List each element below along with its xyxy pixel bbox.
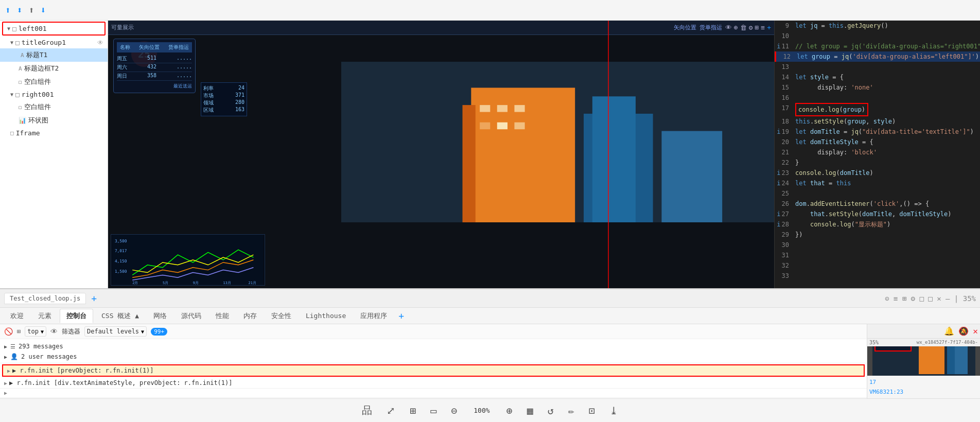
canvas-icon-group: 👁 ⊕ 🗑 ⚙ ⊞ ≡ + bbox=[725, 24, 771, 31]
svg-rect-25 bbox=[875, 346, 911, 351]
tool-icon-expand[interactable]: ⤢ bbox=[384, 402, 397, 419]
add-canvas-icon[interactable]: + bbox=[767, 24, 771, 31]
expand-icon-left001[interactable]: ▼ bbox=[7, 26, 10, 31]
console-eye-icon[interactable]: 👁 bbox=[50, 327, 58, 336]
tab-memory[interactable]: 内存 bbox=[237, 309, 263, 323]
console-output-1[interactable]: ▶ ▶ r.fn.init [prevObject: r.fn.init(1)] bbox=[2, 364, 865, 377]
chart-icon: 📊 bbox=[19, 117, 26, 124]
tool-icon-frame[interactable]: ⊡ bbox=[587, 402, 597, 419]
expand-icon-titleGroup1[interactable]: ▼ bbox=[10, 40, 13, 45]
sidebar-item-标题边框T2[interactable]: A 标题边框T2 bbox=[0, 62, 108, 75]
code-content-11: // let group = jq('div[data-group-alias=… bbox=[793, 41, 980, 51]
thumbnail-area bbox=[867, 346, 980, 376]
line-num-11: 11 bbox=[775, 41, 793, 51]
top-label: top bbox=[27, 328, 39, 335]
code-line-32: 32 bbox=[775, 260, 980, 271]
canvas-tool-title: 可量展示 bbox=[111, 24, 134, 31]
console-expand-icon[interactable]: ⊞ bbox=[17, 328, 21, 335]
align-bottom-icon[interactable]: ⬇ bbox=[41, 5, 46, 15]
fr-close-icon[interactable]: ✕ bbox=[973, 326, 978, 336]
top-dropdown-icon[interactable]: ▼ bbox=[41, 329, 44, 335]
tool-icon-copy[interactable]: ⊞ bbox=[408, 402, 418, 419]
thumb-svg bbox=[872, 346, 975, 376]
tab-css[interactable]: CSS 概述 ▲ bbox=[95, 309, 145, 323]
code-line-29: 29 }) bbox=[775, 230, 980, 240]
stat-row-4: 区域163 bbox=[203, 107, 244, 114]
devtools-add-tab[interactable]: + bbox=[395, 310, 407, 321]
fr-icon-1[interactable]: 🔔 bbox=[944, 326, 954, 336]
user-icon: 👤 bbox=[10, 353, 18, 360]
tool-icon-download[interactable]: ⤓ bbox=[607, 402, 620, 419]
line-num-21: 21 bbox=[775, 147, 793, 157]
line-num-28: 28 bbox=[775, 219, 793, 230]
sidebar-label-标题T1: 标题T1 bbox=[26, 50, 48, 60]
align-center-v-icon[interactable]: ⬍ bbox=[17, 5, 23, 15]
bottom-tabs-bar: Test_closed_loop.js + ⊙ ≡ ⊞ ⚙ □ □ ✕ — | … bbox=[0, 289, 980, 308]
tab-console[interactable]: 控制台 bbox=[60, 309, 93, 323]
align-top-icon[interactable]: ⬆ bbox=[5, 5, 11, 15]
code-line-18: 18 this.setStyle(group, style) bbox=[775, 116, 980, 127]
list-icon[interactable]: ☰ bbox=[10, 343, 15, 350]
line-num-22: 22 bbox=[775, 157, 793, 168]
file-tab[interactable]: Test_closed_loop.js bbox=[4, 293, 86, 304]
grid-canvas-icon[interactable]: ⊞ bbox=[755, 24, 759, 31]
line-num-15: 15 bbox=[775, 82, 793, 93]
code-line-14: 14 let style = { bbox=[775, 72, 980, 82]
code-line-33: 33 bbox=[775, 271, 980, 281]
sidebar-item-right001[interactable]: ▼ □ right001 bbox=[0, 89, 108, 100]
add-tab-button[interactable]: + bbox=[88, 293, 100, 304]
tab-performance[interactable]: 性能 bbox=[209, 309, 235, 323]
sidebar-item-空白组件2[interactable]: ◻ 空白组件 bbox=[0, 100, 108, 114]
fr-link-1[interactable]: 17 bbox=[869, 378, 978, 386]
expand-all-icon[interactable]: ▶ bbox=[4, 344, 7, 349]
console-output-3[interactable]: ▶ bbox=[0, 389, 867, 398]
svg-text:3,500: 3,500 bbox=[115, 239, 127, 243]
folder-icon-titleGroup1: □ bbox=[15, 39, 20, 46]
settings-canvas-icon[interactable]: ⚙ bbox=[749, 24, 753, 31]
sidebar-item-left001[interactable]: ▼ □ left001 bbox=[3, 23, 104, 34]
tab-lighthouse[interactable]: Lighthouse bbox=[300, 310, 352, 322]
sidebar-item-titleGroup1[interactable]: ▼ □ titleGroup1 👁 bbox=[0, 37, 108, 48]
fr-icon-2[interactable]: 🔕 bbox=[958, 326, 969, 336]
tab-elements[interactable]: 元素 bbox=[32, 309, 58, 323]
align-top-distribute-icon[interactable]: ⬆ bbox=[29, 5, 34, 15]
sidebar-item-空白组件1[interactable]: ◻ 空白组件 bbox=[0, 75, 108, 89]
console-toolbar: 🚫 ⊞ top ▼ 👁 筛选器 Default levels ▼ 99+ bbox=[0, 324, 867, 339]
tab-welcome[interactable]: 欢迎 bbox=[4, 309, 30, 323]
eye-icon-titleGroup1[interactable]: 👁 bbox=[97, 39, 103, 46]
building-area bbox=[341, 62, 774, 222]
iframe-icon: □ bbox=[10, 130, 14, 136]
expand-icon-right001[interactable]: ▼ bbox=[10, 92, 13, 97]
sidebar-item-Iframe[interactable]: □ Iframe bbox=[0, 127, 108, 139]
code-content-18: this.setStyle(group, style) bbox=[793, 116, 896, 127]
tool-icon-refresh[interactable]: ↺ bbox=[546, 402, 556, 419]
console-clear-icon[interactable]: 🚫 bbox=[4, 327, 13, 336]
sidebar-item-环状图[interactable]: 📊 环状图 bbox=[0, 114, 108, 127]
ui-panel-row-2: 周六432..... bbox=[117, 63, 192, 72]
tab-application[interactable]: 应用程序 bbox=[354, 309, 393, 323]
console-output-2[interactable]: ▶ ▶ r.fn.init [div.textAnimateStyle, pre… bbox=[0, 378, 867, 389]
tool-icon-grid[interactable]: 品 bbox=[360, 401, 374, 419]
more-canvas-icon[interactable]: ≡ bbox=[761, 24, 765, 31]
eye-canvas-icon[interactable]: 👁 bbox=[725, 24, 732, 31]
cursor-canvas-icon[interactable]: ⊕ bbox=[734, 24, 738, 31]
sidebar-item-标题T1[interactable]: A 标题T1 bbox=[0, 48, 108, 62]
tool-icon-crop[interactable]: ▭ bbox=[428, 402, 439, 419]
tool-icon-zoom-out[interactable]: ⊖ bbox=[449, 402, 459, 419]
tab-security[interactable]: 安全性 bbox=[265, 309, 297, 323]
tool-icon-zoom-in[interactable]: ⊕ bbox=[504, 402, 515, 419]
levels-dropdown-icon[interactable]: ▼ bbox=[141, 329, 144, 335]
trash-canvas-icon[interactable]: 🗑 bbox=[740, 24, 747, 31]
tab-network[interactable]: 网络 bbox=[147, 309, 173, 323]
tool-icon-edit[interactable]: ✏ bbox=[566, 402, 576, 419]
ui-panel-col1: 矢向位置 bbox=[139, 44, 160, 51]
expand-user-icon[interactable]: ▶ bbox=[4, 354, 7, 360]
tool-icon-table[interactable]: ▦ bbox=[525, 402, 535, 419]
fr-link-2[interactable]: VM68321:23 bbox=[869, 388, 978, 396]
code-content-14: let style = { bbox=[793, 72, 844, 82]
default-levels-select[interactable]: Default levels ▼ bbox=[84, 326, 147, 337]
svg-rect-28 bbox=[955, 346, 968, 374]
tab-sources[interactable]: 源代码 bbox=[175, 309, 207, 323]
top-selector[interactable]: top ▼ bbox=[25, 326, 46, 337]
svg-rect-10 bbox=[497, 122, 507, 129]
